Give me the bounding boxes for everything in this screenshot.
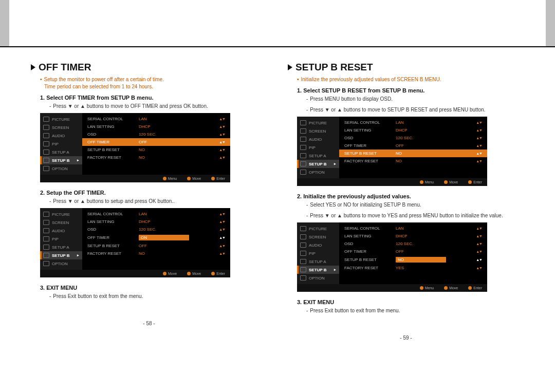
osd-menu-item: SCREEN [297, 127, 339, 135]
osd-menu-item: SETUP A [297, 152, 339, 160]
osd-screenshot: PICTURESCREENAUDIOPIPSETUP ASETUP B▸OPTI… [297, 117, 487, 186]
osd-menu-item: OPTION [40, 164, 82, 173]
menu-icon [43, 158, 49, 163]
osd-row: SETUP B RESETOFF▲▼ [82, 242, 230, 250]
page-number: - 58 - [31, 321, 267, 326]
menu-icon [300, 251, 306, 256]
menu-icon [43, 125, 49, 130]
osd-menu-item: OPTION [297, 274, 339, 282]
menu-icon [43, 212, 49, 217]
menu-icon [300, 120, 306, 125]
triangle-icon [288, 64, 292, 70]
osd-menu-item: PICTURE [297, 119, 339, 127]
step-heading: 3. EXIT MENU [297, 299, 524, 305]
step-sub: -Press ▼ or ▲ buttons to move to SETUP B… [306, 106, 524, 114]
osd-footer: MenuMoveEnter [297, 284, 487, 292]
osd-row: FACTORY RESETNO▲▼ [82, 154, 230, 161]
menu-icon [43, 220, 49, 225]
page-right: SETUP B RESET •Initialize the previously… [278, 62, 534, 341]
osd-menu-item: AUDIO [40, 132, 82, 140]
osd-row: OFF TIMEROFF▲▼ [82, 138, 230, 146]
menu-icon [43, 150, 49, 155]
menu-icon [43, 141, 49, 146]
step-sub: -Press ▼ or ▲ buttons to setup and press… [49, 197, 267, 205]
page-number: - 59 - [288, 335, 524, 341]
menu-icon [43, 253, 49, 258]
menu-icon [300, 161, 306, 166]
osd-row: LAN SETTINGDHCP▲▼ [82, 218, 230, 226]
osd-menu-item: PICTURE [40, 210, 82, 218]
osd-menu-item: SCREEN [40, 123, 82, 132]
header-rule [0, 46, 555, 47]
osd-menu-item: SCREEN [40, 218, 82, 227]
menu-icon [300, 226, 306, 231]
osd-menu-item: PICTURE [297, 225, 339, 233]
header-spacer [0, 0, 555, 46]
osd-row: SERIAL CONTROLLAN▲▼ [82, 210, 230, 218]
osd-menu-item: AUDIO [40, 227, 82, 235]
osd-menu-item: PIP [40, 140, 82, 148]
step-sub: -Press ▼ or ▲ buttons to move to OFF TIM… [49, 102, 267, 110]
menu-icon [43, 236, 49, 241]
intro-text: •Setup the monitor to power off after a … [40, 76, 267, 90]
step-sub: -Press MENU button to display OSD. [306, 95, 524, 103]
intro-text: •Initialize the previously adjusted valu… [297, 76, 524, 83]
step-sub: -Press ▼ or ▲ buttons to move to YES and… [306, 212, 524, 219]
page-title-left: OFF TIMER [31, 62, 267, 73]
osd-screenshot: PICTURESCREENAUDIOPIPSETUP ASETUP B▸OPTI… [40, 113, 230, 182]
menu-icon [300, 153, 306, 158]
menu-icon [43, 117, 49, 122]
menu-icon [43, 261, 49, 266]
step-heading: 2. Setup the OFF TIMER. [40, 190, 267, 196]
osd-row: FACTORY RESETYES▲▼ [339, 264, 487, 272]
osd-menu-item: OPTION [40, 259, 82, 268]
menu-icon [300, 242, 306, 248]
osd-screenshot: PICTURESCREENAUDIOPIPSETUP ASETUP B▸OPTI… [297, 222, 487, 292]
step-heading: 1. Select SETUP B RESET from SETUP B men… [297, 87, 524, 94]
menu-icon [300, 145, 306, 150]
step-sub: -Press Exit button to exit from the menu… [306, 307, 524, 314]
osd-menu-item: SETUP B▸ [40, 251, 82, 259]
menu-icon [300, 259, 306, 264]
osd-menu-item: PIP [297, 143, 339, 152]
osd-row: SERIAL CONTROLLAN▲▼ [82, 115, 230, 123]
osd-row: SETUP B RESETNO▲▼ [82, 146, 230, 154]
osd-row: SERIAL CONTROLLAN▲▼ [339, 225, 487, 232]
osd-row: FACTORY RESETNO▲▼ [339, 157, 487, 165]
osd-row: LAN SETTINGDHCP▲▼ [339, 126, 487, 134]
osd-row: FACTORY RESETNO▲▼ [82, 250, 230, 257]
osd-row: OSD120 SEC.▲▼ [339, 240, 487, 248]
page-title-right: SETUP B RESET [288, 62, 524, 73]
osd-menu-item: SETUP B▸ [40, 156, 82, 164]
menu-icon [43, 228, 49, 233]
step-sub: -Select YES or NO for initializing SETUP… [306, 201, 524, 209]
osd-row: OFF TIMEROFF▲▼ [339, 142, 487, 150]
osd-row: LAN SETTINGDHCP▲▼ [82, 123, 230, 130]
menu-icon [300, 170, 306, 175]
osd-footer: MenuMoveEnter [297, 178, 487, 186]
menu-icon [43, 133, 49, 138]
osd-footer: MenuMoveEnter [40, 175, 230, 182]
osd-menu-item: OPTION [297, 168, 339, 176]
osd-menu-item: PIP [40, 235, 82, 243]
osd-menu-item: SETUP B▸ [297, 160, 339, 168]
osd-menu-item: SETUP A [40, 243, 82, 251]
osd-menu-item: AUDIO [297, 135, 339, 143]
menu-icon [300, 267, 306, 272]
osd-footer: MoveMoveEnter [40, 270, 230, 277]
osd-menu-item: PIP [297, 249, 339, 257]
menu-icon [300, 137, 306, 142]
menu-icon [300, 128, 306, 134]
osd-screenshot: PICTURESCREENAUDIOPIPSETUP ASETUP B▸OPTI… [40, 208, 230, 277]
step-heading: 1. Select OFF TIMER from SETUP B menu. [40, 95, 267, 101]
triangle-icon [31, 64, 35, 70]
osd-row: SERIAL CONTROLLAN▲▼ [339, 119, 487, 126]
osd-row: LAN SETTINGDHCP▲▼ [339, 232, 487, 240]
page-left: OFF TIMER •Setup the monitor to power of… [21, 62, 278, 341]
osd-menu-item: SETUP B▸ [297, 266, 339, 274]
osd-row: OSD120 SEC.▲▼ [82, 130, 230, 138]
osd-row: OSD120 SEC.▲▼ [82, 226, 230, 233]
osd-menu-item: SETUP A [297, 257, 339, 266]
step-heading: 2. Initialize the previously adjusted va… [297, 193, 524, 199]
osd-menu-item: AUDIO [297, 241, 339, 249]
